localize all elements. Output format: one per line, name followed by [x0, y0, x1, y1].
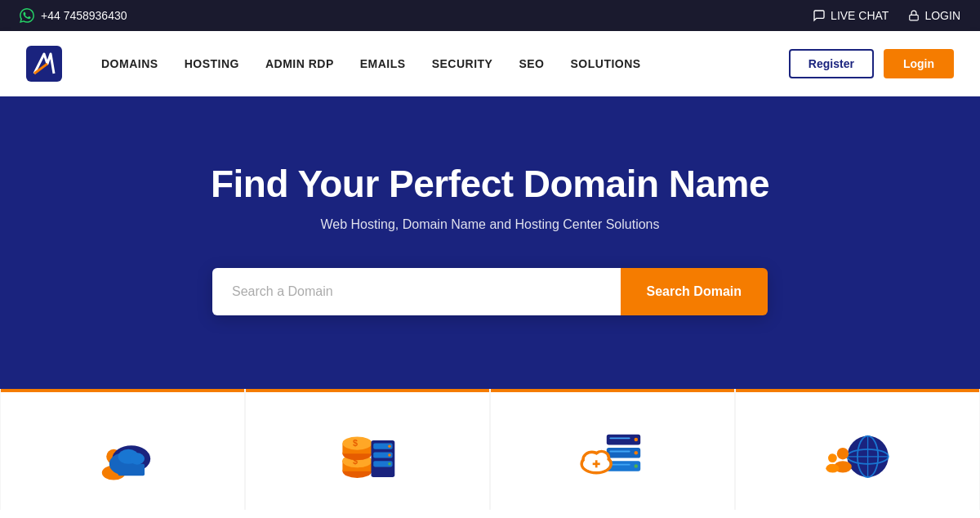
phone-number: +44 7458936430 [41, 9, 127, 22]
nav-admin-rdp[interactable]: ADMIN RDP [265, 57, 334, 70]
register-button[interactable]: Register [789, 49, 874, 78]
svg-point-47 [837, 448, 849, 459]
nav-emails[interactable]: EMAILS [360, 57, 406, 70]
svg-point-29 [635, 451, 639, 455]
svg-rect-1 [26, 46, 62, 82]
svg-point-50 [826, 464, 839, 473]
domain-search-bar: Search Domain [212, 268, 768, 315]
navbar: DOMAINS HOSTING ADMIN RDP EMAILS SECURIT… [0, 31, 980, 96]
svg-point-23 [388, 453, 391, 457]
hero-heading: Find Your Perfect Domain Name [20, 162, 960, 206]
svg-point-8 [130, 453, 145, 464]
top-bar-right: LIVE CHAT LOGIN [813, 9, 960, 22]
nav-actions: Register Login [789, 49, 954, 78]
svg-point-30 [635, 464, 639, 468]
nav-security[interactable]: SECURITY [432, 57, 493, 70]
card-cloud [491, 389, 734, 510]
login-link[interactable]: LOGIN [908, 9, 960, 22]
coin-server-icon: $ $ [331, 418, 404, 492]
nav-domains[interactable]: DOMAINS [101, 57, 158, 70]
nav-links: DOMAINS HOSTING ADMIN RDP EMAILS SECURIT… [101, 57, 789, 70]
svg-rect-33 [609, 464, 630, 466]
svg-rect-31 [609, 437, 630, 439]
nav-solutions[interactable]: SOLUTIONS [571, 57, 641, 70]
cloud-server-icon [576, 418, 649, 492]
cloud-person-icon [86, 418, 159, 492]
svg-point-28 [635, 438, 639, 442]
search-domain-button[interactable]: Search Domain [621, 268, 768, 315]
cards-section: $ $ [0, 389, 980, 510]
nav-hosting[interactable]: HOSTING [185, 57, 239, 70]
nav-seo[interactable]: SEO [519, 57, 544, 70]
card-pricing: $ $ [246, 389, 489, 510]
top-bar-left: +44 7458936430 [20, 8, 127, 23]
card-hosting [1, 389, 244, 510]
domain-search-input[interactable] [212, 268, 621, 315]
live-chat-link[interactable]: LIVE CHAT [813, 9, 889, 22]
hero-section: Find Your Perfect Domain Name Web Hostin… [0, 96, 980, 389]
top-bar: +44 7458936430 LIVE CHAT LOGIN [0, 0, 980, 31]
globe-people-icon [821, 418, 894, 492]
svg-point-49 [828, 453, 837, 462]
logo[interactable] [26, 46, 62, 82]
chat-icon [813, 9, 826, 22]
svg-point-24 [388, 462, 391, 466]
svg-text:$: $ [353, 438, 358, 448]
login-label: LOGIN [924, 9, 960, 22]
lock-icon [908, 10, 920, 21]
login-button[interactable]: Login [884, 49, 954, 78]
whatsapp-icon [20, 8, 34, 23]
svg-point-22 [388, 444, 391, 448]
card-global [736, 389, 979, 510]
hero-subheading: Web Hosting, Domain Name and Hosting Cen… [20, 217, 960, 232]
svg-rect-0 [910, 15, 919, 20]
svg-rect-6 [118, 464, 145, 476]
svg-rect-32 [609, 451, 630, 453]
live-chat-label: LIVE CHAT [831, 9, 889, 22]
